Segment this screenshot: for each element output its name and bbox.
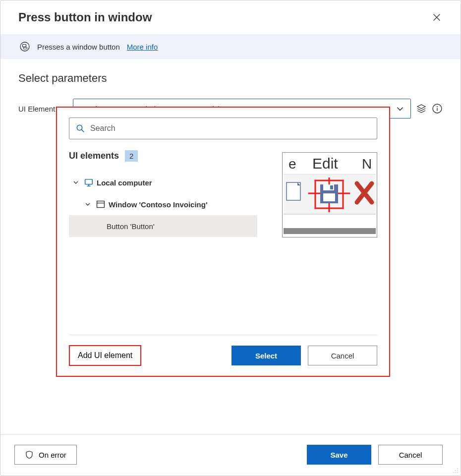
- element-preview-thumbnail: e Edit N: [282, 152, 377, 238]
- close-button[interactable]: [431, 11, 443, 23]
- search-input[interactable]: [90, 124, 371, 133]
- add-ui-element-button[interactable]: Add UI element: [69, 345, 141, 366]
- preview-column: e Edit N: [274, 150, 377, 335]
- shield-icon: [25, 450, 34, 459]
- picker-cancel-button[interactable]: Cancel: [308, 346, 377, 365]
- layers-icon[interactable]: [416, 103, 427, 114]
- dialog-press-button-in-window: Press button in window Presses a window …: [0, 0, 461, 476]
- tree-node-label: Button 'Button': [107, 222, 155, 231]
- ui-elements-heading: UI elements 2: [69, 150, 264, 162]
- dialog-title: Press button in window: [18, 10, 152, 24]
- tree-node-window-contoso[interactable]: Window 'Contoso Invoicing': [69, 193, 264, 215]
- content-area: Select parameters UI Element: Local comp…: [0, 59, 461, 434]
- chevron-down-icon: [396, 104, 404, 113]
- ui-elements-heading-label: UI elements: [69, 151, 119, 161]
- chevron-down-icon: [73, 179, 79, 185]
- svg-rect-1: [23, 45, 26, 47]
- save-button[interactable]: Save: [307, 445, 371, 465]
- svg-line-7: [82, 130, 84, 132]
- action-type-icon: [19, 41, 30, 52]
- svg-rect-22: [330, 185, 333, 189]
- dialog-header: Press button in window: [0, 0, 461, 34]
- preview-text: N: [362, 156, 372, 172]
- svg-point-31: [457, 472, 458, 473]
- picker-footer: Add UI element Select Cancel: [69, 335, 377, 366]
- preview-text: e: [288, 156, 296, 172]
- tree-node-local-computer[interactable]: Local computer: [69, 172, 264, 193]
- tree-node-label: Window 'Contoso Invoicing': [109, 200, 207, 209]
- info-bar-text: Presses a window button: [37, 43, 120, 51]
- computer-icon: [84, 177, 94, 188]
- svg-point-27: [455, 470, 456, 471]
- more-info-link[interactable]: More info: [127, 43, 158, 51]
- svg-rect-5: [437, 108, 437, 111]
- svg-rect-25: [284, 228, 376, 234]
- info-icon[interactable]: [432, 103, 443, 114]
- on-error-button[interactable]: On error: [14, 445, 77, 465]
- info-bar: Presses a window button More info: [0, 34, 461, 59]
- chevron-down-icon: [85, 201, 91, 207]
- svg-rect-11: [97, 201, 105, 208]
- picker-body: UI elements 2 Local computer Window 'Con…: [69, 150, 377, 335]
- close-icon: [432, 13, 441, 22]
- cancel-button[interactable]: Cancel: [378, 445, 443, 465]
- param-side-icons: [416, 103, 443, 114]
- preview-text: Edit: [312, 155, 338, 172]
- resize-grip-icon[interactable]: [452, 467, 459, 474]
- window-icon: [96, 199, 106, 209]
- tree-column: UI elements 2 Local computer Window 'Con…: [69, 150, 264, 335]
- svg-point-26: [457, 468, 458, 469]
- select-button[interactable]: Select: [231, 346, 301, 365]
- svg-rect-8: [85, 179, 93, 184]
- section-title: Select parameters: [18, 72, 443, 85]
- svg-point-30: [455, 472, 456, 473]
- svg-rect-2: [24, 47, 27, 49]
- svg-point-28: [457, 470, 458, 471]
- svg-point-29: [453, 472, 454, 473]
- tree-node-label: Local computer: [97, 178, 152, 187]
- dialog-footer: On error Save Cancel: [0, 434, 461, 476]
- ui-element-picker-panel: UI elements 2 Local computer Window 'Con…: [56, 107, 390, 377]
- svg-point-0: [20, 42, 29, 51]
- search-icon: [75, 123, 85, 133]
- svg-point-4: [437, 106, 438, 107]
- ui-elements-count-badge: 2: [125, 150, 138, 162]
- search-box[interactable]: [69, 118, 377, 139]
- tree-node-button-selected[interactable]: Button 'Button': [69, 215, 257, 237]
- svg-rect-23: [323, 193, 335, 201]
- on-error-label: On error: [39, 451, 66, 459]
